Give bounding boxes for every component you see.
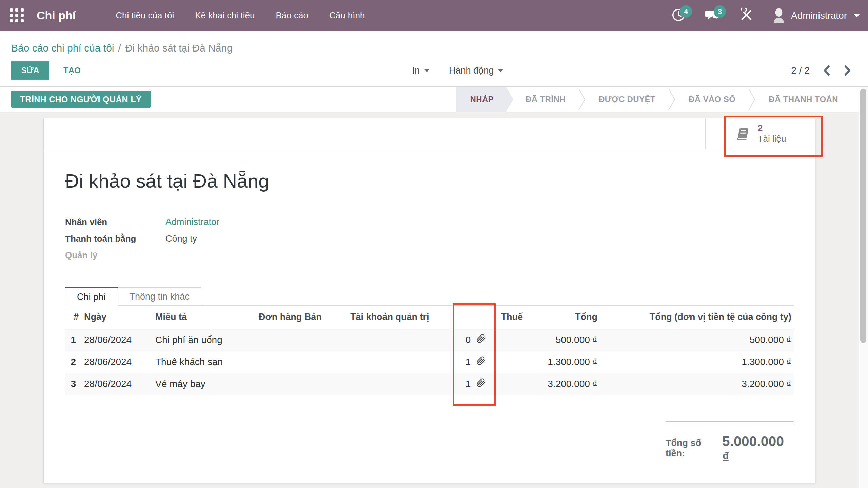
paid-by-value: Công ty: [165, 233, 197, 244]
manager-label: Quản lý: [65, 250, 165, 261]
status-separator: [668, 87, 676, 112]
breadcrumb-current: Đi khảo sát tại Đà Nẵng: [125, 42, 233, 54]
paperclip-icon: [476, 356, 486, 368]
total-amount-label: Tổng số tiền:: [666, 438, 722, 459]
print-label: In: [412, 65, 420, 76]
status-separator: [578, 87, 587, 112]
submit-to-manager-button[interactable]: TRÌNH CHO NGƯỜI QUẢN LÝ: [11, 91, 151, 108]
user-menu[interactable]: Administrator: [772, 7, 860, 24]
col-tax: Thuế: [495, 306, 526, 329]
totals-section: Tổng số tiền: 5.000.000 ₫: [666, 421, 794, 465]
nav-menu: Chi tiêu của tôi Kê khai chi tiêu Báo cá…: [116, 10, 365, 21]
status-step-posted[interactable]: ĐÃ VÀO SỔ: [676, 87, 748, 112]
pager-value[interactable]: 2 / 2: [791, 65, 810, 76]
breadcrumb-separator: /: [118, 42, 121, 54]
user-name: Administrator: [791, 10, 847, 21]
developer-tools-button[interactable]: [738, 7, 754, 24]
nav-item-configuration[interactable]: Cấu hình: [329, 10, 365, 21]
field-paid-by: Thanh toán bằng Công ty: [65, 230, 794, 247]
status-strip: TRÌNH CHO NGƯỜI QUẢN LÝ NHÁP ĐÃ TRÌNH ĐƯ…: [0, 87, 868, 112]
expense-lines-table: # Ngày Miêu tả Đơn hàng Bán Tài khoản qu…: [65, 306, 794, 395]
app-brand[interactable]: Chi phí: [37, 9, 76, 22]
status-step-draft[interactable]: NHÁP: [456, 87, 513, 112]
documents-count: 2: [758, 123, 786, 134]
pager-previous-button[interactable]: [823, 65, 831, 76]
tab-expenses[interactable]: Chi phí: [65, 287, 118, 306]
col-analytic-account: Tài khoản quản trị: [348, 306, 453, 329]
attachment-count: 1: [465, 357, 471, 367]
employee-label: Nhân viên: [65, 217, 165, 227]
total-amount-value: 5.000.000 ₫: [722, 433, 794, 465]
field-employee: Nhân viên Administrator: [65, 214, 794, 230]
attachment-count: 1: [465, 379, 471, 389]
table-header-row: # Ngày Miêu tả Đơn hàng Bán Tài khoản qu…: [65, 306, 794, 329]
scrollbar-track[interactable]: [859, 87, 868, 488]
activities-button[interactable]: 4: [670, 7, 687, 24]
action-dropdown[interactable]: Hành động: [449, 65, 503, 76]
top-navbar: Chi phí Chi tiêu của tôi Kê khai chi tiê…: [0, 0, 868, 31]
field-manager: Quản lý: [65, 247, 794, 264]
employee-value-link[interactable]: Administrator: [165, 217, 219, 227]
messages-button[interactable]: 3: [704, 7, 721, 24]
breadcrumb: Báo cáo chi phí của tôi / Đi khảo sát tạ…: [0, 31, 868, 55]
button-row: SỬA TẠO In Hành động 2 / 2: [0, 55, 868, 86]
status-pipeline: NHÁP ĐÃ TRÌNH ĐƯỢC DUYỆT ĐÃ VÀO SỔ ĐÃ TH…: [456, 87, 850, 112]
col-total-company: Tổng (đơn vị tiền tệ của công ty): [600, 306, 794, 329]
col-date: Ngày: [81, 306, 153, 329]
status-step-submitted[interactable]: ĐÃ TRÌNH: [513, 87, 578, 112]
col-sale-order: Đơn hàng Bán: [256, 306, 348, 329]
action-label: Hành động: [449, 65, 494, 76]
avatar: [772, 7, 786, 24]
stat-button-row: 2 Tài liệu: [44, 118, 815, 149]
paid-by-label: Thanh toán bằng: [65, 233, 165, 244]
create-button[interactable]: TẠO: [63, 66, 81, 75]
print-dropdown[interactable]: In: [412, 65, 430, 76]
attachment-count: 0: [465, 334, 471, 345]
chevron-down-icon: [854, 14, 860, 17]
col-attachments: [453, 306, 495, 329]
tab-other-info[interactable]: Thông tin khác: [118, 287, 201, 306]
documents-stat-button[interactable]: 2 Tài liệu: [705, 118, 815, 149]
chevron-down-icon: [424, 69, 429, 72]
pager: 2 / 2: [791, 65, 852, 76]
field-group: Nhân viên Administrator Thanh toán bằng …: [65, 214, 794, 264]
paperclip-icon: [476, 334, 486, 346]
col-index: #: [65, 306, 81, 329]
scrollbar-thumb[interactable]: [860, 89, 866, 343]
expense-report-title: Đi khảo sát tại Đà Nẵng: [65, 170, 794, 192]
tools-icon: [739, 8, 753, 23]
col-total: Tổng: [526, 306, 600, 329]
paperclip-icon: [476, 378, 486, 390]
status-step-approved[interactable]: ĐƯỢC DUYỆT: [587, 87, 668, 112]
apps-grid-icon[interactable]: [7, 6, 26, 25]
nav-item-my-expenses[interactable]: Chi tiêu của tôi: [116, 10, 174, 21]
nav-item-reporting[interactable]: Báo cáo: [276, 10, 308, 21]
messages-badge: 3: [714, 5, 726, 18]
pager-next-button[interactable]: [844, 65, 852, 76]
control-panel: Báo cáo chi phí của tôi / Đi khảo sát tạ…: [0, 31, 868, 87]
table-row[interactable]: 1 28/06/2024 Chi phí ăn uống 0 500.000 ₫…: [65, 329, 794, 351]
edit-button[interactable]: SỬA: [11, 61, 49, 80]
col-description: Miêu tả: [153, 306, 256, 329]
nav-item-expense-reports[interactable]: Kê khai chi tiêu: [195, 10, 255, 21]
status-step-paid[interactable]: ĐÃ THANH TOÁN: [756, 87, 850, 112]
form-sheet: 2 Tài liệu Đi khảo sát tại Đà Nẵng Nhân …: [43, 118, 815, 483]
table-row[interactable]: 3 28/06/2024 Vé máy bay 1 3.200.000 ₫ 3.…: [65, 373, 794, 395]
breadcrumb-parent-link[interactable]: Báo cáo chi phí của tôi: [11, 42, 114, 54]
table-row[interactable]: 2 28/06/2024 Thuê khách sạn 1 1.300.000 …: [65, 351, 794, 373]
status-separator: [748, 87, 756, 112]
content-area: 2 Tài liệu Đi khảo sát tại Đà Nẵng Nhân …: [0, 112, 868, 488]
activities-badge: 4: [680, 5, 692, 18]
chevron-down-icon: [498, 69, 503, 72]
notebook-tabs: Chi phí Thông tin khác: [65, 287, 794, 306]
book-icon: [735, 126, 750, 142]
documents-label: Tài liệu: [758, 134, 786, 144]
